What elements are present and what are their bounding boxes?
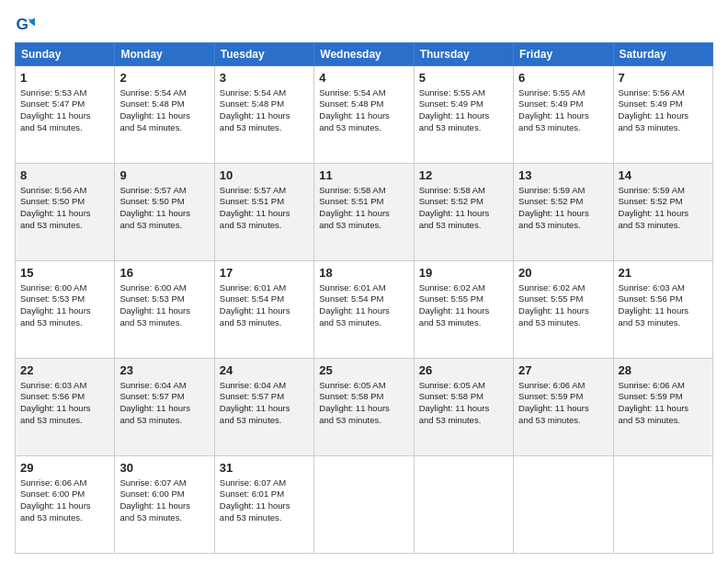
day-info-line: Daylight: 11 hours [319,110,408,122]
day-info-line: Sunrise: 6:00 AM [119,282,209,294]
day-info-line: Sunrise: 6:04 AM [220,380,309,392]
day-number: 10 [220,167,309,184]
day-number: 24 [220,362,309,379]
day-info-line: Sunrise: 6:02 AM [419,282,508,294]
day-info-line: Daylight: 11 hours [619,208,708,220]
logo-icon: G [15,15,35,35]
day-info-line: Daylight: 11 hours [20,403,109,415]
day-info-line: Sunrise: 5:56 AM [20,185,109,197]
day-number: 26 [419,362,508,379]
day-info-line: Sunrise: 6:07 AM [220,477,309,489]
calendar-cell [314,456,414,554]
day-info-line: Sunset: 5:49 PM [619,98,708,110]
day-info-line: Daylight: 11 hours [220,500,309,512]
day-info-line: Daylight: 11 hours [20,500,109,512]
week-row-4: 22Sunrise: 6:03 AMSunset: 5:56 PMDayligh… [16,359,713,456]
day-info-line: Sunrise: 5:57 AM [220,185,309,197]
day-info-line: Daylight: 11 hours [419,208,508,220]
day-info-line: and 53 minutes. [518,317,608,329]
day-number: 25 [319,362,408,379]
calendar-header-row: SundayMondayTuesdayWednesdayThursdayFrid… [16,43,713,66]
day-info-line: Sunset: 6:01 PM [220,488,309,500]
col-header-wednesday: Wednesday [314,43,414,66]
week-row-2: 8Sunrise: 5:56 AMSunset: 5:50 PMDaylight… [16,164,713,261]
day-info-line: Sunset: 5:49 PM [518,98,608,110]
day-info-line: and 53 minutes. [419,415,508,427]
col-header-sunday: Sunday [16,43,115,66]
calendar-cell: 3Sunrise: 5:54 AMSunset: 5:48 PMDaylight… [214,66,313,164]
day-info-line: Daylight: 11 hours [119,208,209,220]
day-info-line: and 53 minutes. [20,415,109,427]
day-number: 7 [619,70,708,86]
calendar-cell: 25Sunrise: 6:05 AMSunset: 5:58 PMDayligh… [314,359,414,456]
day-info-line: and 53 minutes. [20,512,109,524]
day-info-line: and 53 minutes. [319,317,408,329]
col-header-tuesday: Tuesday [214,43,313,66]
day-info-line: Sunrise: 6:03 AM [20,380,109,392]
day-info-line: Sunset: 5:56 PM [20,391,109,403]
calendar-cell: 27Sunrise: 6:06 AMSunset: 5:59 PMDayligh… [514,359,613,456]
day-number: 20 [518,265,608,282]
day-number: 3 [220,70,309,86]
day-info-line: Daylight: 11 hours [518,208,608,220]
day-number: 30 [119,460,209,477]
col-header-saturday: Saturday [613,43,712,66]
day-info-line: Daylight: 11 hours [119,110,209,122]
day-info-line: Sunset: 5:52 PM [419,196,508,208]
day-info-line: and 53 minutes. [419,220,508,232]
day-info-line: Sunrise: 5:59 AM [518,185,608,197]
day-number: 8 [20,167,109,184]
day-info-line: Sunrise: 5:54 AM [319,87,408,99]
day-info-line: Daylight: 11 hours [518,403,608,415]
calendar-cell: 16Sunrise: 6:00 AMSunset: 5:53 PMDayligh… [115,261,214,359]
day-info-line: and 53 minutes. [518,122,608,134]
calendar-cell: 14Sunrise: 5:59 AMSunset: 5:52 PMDayligh… [613,164,712,261]
day-info-line: and 54 minutes. [119,122,209,134]
day-number: 6 [518,70,608,86]
day-number: 9 [119,167,209,184]
day-number: 5 [419,70,508,86]
day-info-line: Daylight: 11 hours [220,305,309,317]
week-row-5: 29Sunrise: 6:06 AMSunset: 6:00 PMDayligh… [16,456,713,554]
calendar-cell: 15Sunrise: 6:00 AMSunset: 5:53 PMDayligh… [16,261,115,359]
day-info-line: and 54 minutes. [20,122,109,134]
day-info-line: and 53 minutes. [220,512,309,524]
day-info-line: Sunrise: 6:03 AM [619,282,708,294]
day-info-line: Sunset: 5:57 PM [119,391,209,403]
calendar-table: SundayMondayTuesdayWednesdayThursdayFrid… [15,42,713,554]
day-info-line: Daylight: 11 hours [619,110,708,122]
calendar-cell: 7Sunrise: 5:56 AMSunset: 5:49 PMDaylight… [613,66,712,164]
day-info-line: Sunrise: 5:55 AM [518,87,608,99]
day-info-line: Daylight: 11 hours [518,305,608,317]
day-info-line: and 53 minutes. [220,122,309,134]
day-info-line: Daylight: 11 hours [419,110,508,122]
day-info-line: Sunrise: 5:58 AM [419,185,508,197]
day-info-line: and 53 minutes. [119,317,209,329]
day-info-line: and 53 minutes. [619,317,708,329]
day-info-line: and 53 minutes. [20,317,109,329]
day-info-line: Sunrise: 5:58 AM [319,185,408,197]
day-info-line: Sunrise: 6:05 AM [419,380,508,392]
day-info-line: and 53 minutes. [119,415,209,427]
calendar-cell: 8Sunrise: 5:56 AMSunset: 5:50 PMDaylight… [16,164,115,261]
day-number: 14 [619,167,708,184]
day-number: 21 [619,265,708,282]
day-info-line: Sunset: 5:49 PM [419,98,508,110]
day-number: 12 [419,167,508,184]
day-info-line: and 53 minutes. [518,415,608,427]
day-info-line: and 53 minutes. [319,122,408,134]
day-number: 28 [619,362,708,379]
day-info-line: and 53 minutes. [619,122,708,134]
col-header-thursday: Thursday [414,43,513,66]
calendar-cell: 11Sunrise: 5:58 AMSunset: 5:51 PMDayligh… [314,164,414,261]
day-info-line: Sunrise: 6:01 AM [220,282,309,294]
day-info-line: Sunset: 5:54 PM [220,293,309,305]
day-info-line: Daylight: 11 hours [119,403,209,415]
day-info-line: and 53 minutes. [619,220,708,232]
day-number: 17 [220,265,309,282]
week-row-3: 15Sunrise: 6:00 AMSunset: 5:53 PMDayligh… [16,261,713,359]
day-info-line: Sunrise: 5:55 AM [419,87,508,99]
day-info-line: and 53 minutes. [119,220,209,232]
calendar-cell: 4Sunrise: 5:54 AMSunset: 5:48 PMDaylight… [314,66,414,164]
day-info-line: Daylight: 11 hours [20,110,109,122]
